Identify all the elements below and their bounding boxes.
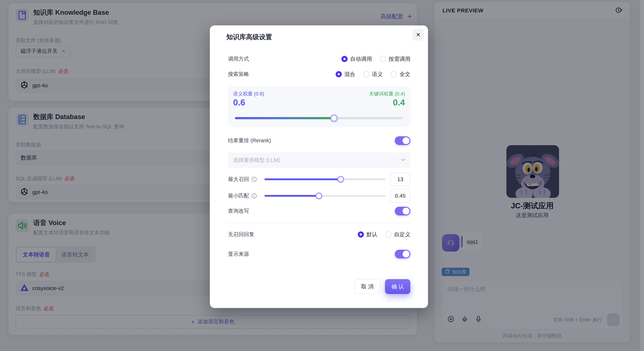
toggle-knob — [402, 251, 410, 258]
radio-strategy-hybrid[interactable]: 混合 — [336, 70, 355, 78]
info-icon[interactable] — [251, 193, 257, 199]
radio-no-recall-custom-label: 自定义 — [394, 231, 410, 238]
min-match-row: 最小匹配 — [228, 189, 410, 202]
rerank-model-placeholder: 选择重排模型 (LLM) — [233, 157, 280, 164]
radio-strategy-fulltext-label: 全文 — [400, 70, 410, 78]
invoke-mode-label: 调用方式 — [228, 55, 249, 62]
radio-icon-selected[interactable] — [358, 232, 364, 238]
radio-invoke-on-demand[interactable]: 按需调用 — [380, 55, 410, 63]
radio-invoke-auto-label: 自动调用 — [350, 55, 372, 63]
modal-close-button[interactable]: ✕ — [412, 29, 424, 40]
radio-invoke-on-demand-label: 按需调用 — [388, 55, 410, 63]
no-recall-label: 无召回回复 — [228, 231, 254, 238]
semantic-weight-value: 0.6 — [233, 98, 245, 108]
rerank-model-select[interactable]: 选择重排模型 (LLM) — [228, 152, 410, 168]
weight-slider-card: 语义权重 (0.6) 关键词权重 (0.4) 0.6 0.4 — [228, 86, 410, 127]
radio-icon-selected[interactable] — [342, 56, 348, 62]
rerank-label: 结果重排 (Rerank) — [228, 137, 271, 144]
chevron-down-icon — [401, 158, 405, 162]
info-icon[interactable] — [251, 176, 257, 182]
toggle-knob — [402, 208, 410, 214]
radio-strategy-semantic[interactable]: 语义 — [363, 70, 383, 78]
confirm-button[interactable]: 确 认 — [385, 279, 410, 294]
query-rewrite-toggle[interactable] — [395, 207, 410, 216]
radio-strategy-semantic-label: 语义 — [372, 70, 383, 78]
no-recall-row: 无召回回复 默认 自定义 — [228, 229, 410, 240]
radio-icon[interactable] — [363, 71, 369, 77]
radio-icon-selected[interactable] — [336, 71, 342, 77]
min-match-slider-handle[interactable] — [316, 192, 322, 199]
weight-slider-track[interactable] — [235, 117, 403, 119]
radio-icon[interactable] — [385, 232, 392, 238]
cancel-button[interactable]: 取 消 — [354, 279, 380, 294]
max-recall-slider-fill — [264, 178, 341, 180]
min-match-slider[interactable] — [264, 195, 386, 197]
show-source-toggle[interactable] — [395, 250, 410, 258]
max-recall-label: 最大召回 — [228, 176, 257, 183]
radio-no-recall-default-label: 默认 — [366, 231, 377, 238]
keyword-weight-label: 关键词权重 (0.4) — [369, 90, 405, 97]
semantic-weight-label: 语义权重 (0.6) — [233, 90, 264, 97]
radio-no-recall-custom[interactable]: 自定义 — [385, 231, 410, 238]
close-icon: ✕ — [416, 32, 420, 38]
max-recall-slider[interactable] — [264, 178, 386, 180]
query-rewrite-label: 查询改写 — [228, 208, 249, 215]
radio-invoke-auto[interactable]: 自动调用 — [342, 55, 372, 63]
radio-icon[interactable] — [391, 71, 397, 77]
invoke-mode-options: 自动调用 按需调用 — [342, 55, 410, 63]
modal-title: 知识库高级设置 — [226, 33, 272, 42]
min-match-slider-fill — [264, 195, 319, 197]
search-strategy-options: 混合 语义 全文 — [336, 70, 410, 78]
max-recall-slider-handle[interactable] — [338, 176, 344, 182]
weight-slider-handle[interactable] — [330, 114, 338, 122]
rerank-row: 结果重排 (Rerank) — [228, 135, 410, 146]
weight-slider-fill — [235, 117, 334, 119]
min-match-input[interactable] — [390, 189, 410, 202]
query-rewrite-row: 查询改写 — [228, 205, 410, 217]
max-recall-row: 最大召回 — [228, 172, 410, 186]
section-divider — [228, 223, 410, 223]
show-source-label: 显示来源 — [228, 250, 249, 258]
search-strategy-label: 搜索策略 — [228, 70, 249, 78]
radio-strategy-fulltext[interactable]: 全文 — [391, 70, 410, 78]
invoke-mode-row: 调用方式 自动调用 按需调用 — [228, 53, 410, 65]
radio-no-recall-default[interactable]: 默认 — [358, 231, 377, 238]
radio-strategy-hybrid-label: 混合 — [344, 70, 355, 78]
rerank-toggle[interactable] — [395, 136, 410, 145]
min-match-label: 最小匹配 — [228, 192, 257, 200]
toggle-knob — [402, 137, 410, 144]
radio-icon[interactable] — [380, 56, 386, 62]
no-recall-options: 默认 自定义 — [358, 231, 410, 238]
kb-advanced-settings-modal: 知识库高级设置 ✕ 调用方式 自动调用 按需调用 搜索策略 混合 — [210, 26, 428, 308]
max-recall-input[interactable] — [390, 172, 410, 186]
show-source-row: 显示来源 — [228, 248, 410, 260]
keyword-weight-value: 0.4 — [393, 98, 405, 108]
search-strategy-row: 搜索策略 混合 语义 全文 — [228, 68, 410, 80]
scrollbar-strip[interactable] — [640, 0, 644, 351]
